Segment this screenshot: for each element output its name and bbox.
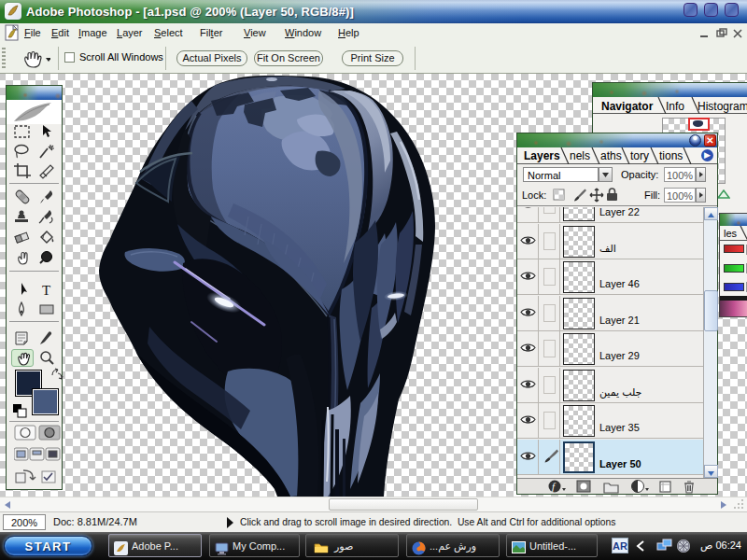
svg-text:T: T bbox=[42, 283, 50, 298]
